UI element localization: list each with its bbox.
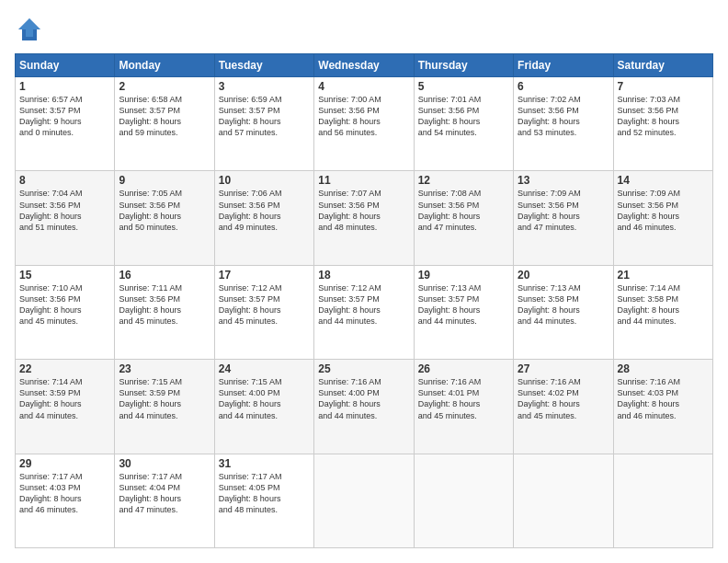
calendar-cell: 26Sunrise: 7:16 AM Sunset: 4:01 PM Dayli… xyxy=(414,360,513,454)
day-number: 11 xyxy=(318,174,409,187)
calendar-header-row: SundayMondayTuesdayWednesdayThursdayFrid… xyxy=(16,54,713,77)
day-info: Sunrise: 7:08 AM Sunset: 3:56 PM Dayligh… xyxy=(418,188,509,233)
calendar-cell: 27Sunrise: 7:16 AM Sunset: 4:02 PM Dayli… xyxy=(514,360,613,454)
day-number: 14 xyxy=(618,174,709,187)
calendar-cell: 6Sunrise: 7:02 AM Sunset: 3:56 PM Daylig… xyxy=(514,77,613,171)
calendar-cell: 25Sunrise: 7:16 AM Sunset: 4:00 PM Dayli… xyxy=(314,360,414,454)
day-number: 17 xyxy=(219,269,310,282)
calendar-cell: 4Sunrise: 7:00 AM Sunset: 3:56 PM Daylig… xyxy=(314,77,414,171)
day-number: 5 xyxy=(418,80,509,93)
day-info: Sunrise: 7:04 AM Sunset: 3:56 PM Dayligh… xyxy=(19,188,110,233)
calendar-header-saturday: Saturday xyxy=(613,54,712,77)
day-number: 27 xyxy=(518,362,609,375)
day-info: Sunrise: 6:59 AM Sunset: 3:57 PM Dayligh… xyxy=(219,94,310,139)
calendar-cell: 18Sunrise: 7:12 AM Sunset: 3:57 PM Dayli… xyxy=(314,265,414,359)
day-info: Sunrise: 7:14 AM Sunset: 3:59 PM Dayligh… xyxy=(19,376,110,421)
day-info: Sunrise: 7:17 AM Sunset: 4:03 PM Dayligh… xyxy=(19,471,110,516)
day-number: 12 xyxy=(418,174,509,187)
calendar-header-friday: Friday xyxy=(514,54,613,77)
calendar-cell xyxy=(314,454,414,547)
day-number: 6 xyxy=(518,80,609,93)
calendar-cell: 24Sunrise: 7:15 AM Sunset: 4:00 PM Dayli… xyxy=(214,360,313,454)
day-info: Sunrise: 7:16 AM Sunset: 4:01 PM Dayligh… xyxy=(418,376,509,421)
day-number: 9 xyxy=(119,174,210,187)
calendar-cell: 19Sunrise: 7:13 AM Sunset: 3:57 PM Dayli… xyxy=(414,265,513,359)
calendar-cell: 12Sunrise: 7:08 AM Sunset: 3:56 PM Dayli… xyxy=(414,171,513,265)
day-number: 1 xyxy=(19,80,110,93)
calendar-week-3: 15Sunrise: 7:10 AM Sunset: 3:56 PM Dayli… xyxy=(16,265,713,359)
day-info: Sunrise: 7:13 AM Sunset: 3:58 PM Dayligh… xyxy=(518,282,609,327)
day-info: Sunrise: 7:15 AM Sunset: 3:59 PM Dayligh… xyxy=(119,376,210,421)
day-info: Sunrise: 7:01 AM Sunset: 3:56 PM Dayligh… xyxy=(418,94,509,139)
day-number: 31 xyxy=(219,457,310,470)
day-info: Sunrise: 7:11 AM Sunset: 3:56 PM Dayligh… xyxy=(119,282,210,327)
day-number: 2 xyxy=(119,80,210,93)
day-info: Sunrise: 7:17 AM Sunset: 4:05 PM Dayligh… xyxy=(219,471,310,516)
day-info: Sunrise: 7:09 AM Sunset: 3:56 PM Dayligh… xyxy=(618,188,709,233)
calendar-header-thursday: Thursday xyxy=(414,54,513,77)
calendar-week-4: 22Sunrise: 7:14 AM Sunset: 3:59 PM Dayli… xyxy=(16,360,713,454)
day-info: Sunrise: 7:05 AM Sunset: 3:56 PM Dayligh… xyxy=(119,188,210,233)
day-number: 13 xyxy=(518,174,609,187)
day-info: Sunrise: 7:12 AM Sunset: 3:57 PM Dayligh… xyxy=(318,282,409,327)
calendar-cell: 30Sunrise: 7:17 AM Sunset: 4:04 PM Dayli… xyxy=(115,454,214,547)
calendar-cell: 14Sunrise: 7:09 AM Sunset: 3:56 PM Dayli… xyxy=(613,171,712,265)
day-number: 3 xyxy=(219,80,310,93)
day-number: 30 xyxy=(119,457,210,470)
day-info: Sunrise: 7:09 AM Sunset: 3:56 PM Dayligh… xyxy=(518,188,609,233)
calendar-cell: 31Sunrise: 7:17 AM Sunset: 4:05 PM Dayli… xyxy=(214,454,313,547)
day-number: 10 xyxy=(219,174,310,187)
day-number: 18 xyxy=(318,269,409,282)
day-info: Sunrise: 7:16 AM Sunset: 4:03 PM Dayligh… xyxy=(618,376,709,421)
calendar-header-sunday: Sunday xyxy=(16,54,115,77)
day-info: Sunrise: 7:15 AM Sunset: 4:00 PM Dayligh… xyxy=(219,376,310,421)
calendar-week-5: 29Sunrise: 7:17 AM Sunset: 4:03 PM Dayli… xyxy=(16,454,713,547)
calendar-cell: 9Sunrise: 7:05 AM Sunset: 3:56 PM Daylig… xyxy=(115,171,214,265)
calendar-header-wednesday: Wednesday xyxy=(314,54,414,77)
day-number: 24 xyxy=(219,362,310,375)
day-info: Sunrise: 7:12 AM Sunset: 3:57 PM Dayligh… xyxy=(219,282,310,327)
calendar-cell: 3Sunrise: 6:59 AM Sunset: 3:57 PM Daylig… xyxy=(214,77,313,171)
calendar-cell: 15Sunrise: 7:10 AM Sunset: 3:56 PM Dayli… xyxy=(16,265,115,359)
day-number: 16 xyxy=(119,269,210,282)
day-info: Sunrise: 7:07 AM Sunset: 3:56 PM Dayligh… xyxy=(318,188,409,233)
calendar-cell: 28Sunrise: 7:16 AM Sunset: 4:03 PM Dayli… xyxy=(613,360,712,454)
day-number: 26 xyxy=(418,362,509,375)
day-number: 25 xyxy=(318,362,409,375)
calendar-cell: 29Sunrise: 7:17 AM Sunset: 4:03 PM Dayli… xyxy=(16,454,115,547)
svg-marker-1 xyxy=(18,18,40,37)
day-number: 15 xyxy=(19,269,110,282)
calendar-cell: 16Sunrise: 7:11 AM Sunset: 3:56 PM Dayli… xyxy=(115,265,214,359)
calendar-cell: 7Sunrise: 7:03 AM Sunset: 3:56 PM Daylig… xyxy=(613,77,712,171)
calendar-cell: 23Sunrise: 7:15 AM Sunset: 3:59 PM Dayli… xyxy=(115,360,214,454)
day-number: 7 xyxy=(618,80,709,93)
day-info: Sunrise: 7:14 AM Sunset: 3:58 PM Dayligh… xyxy=(618,282,709,327)
calendar-cell xyxy=(514,454,613,547)
day-number: 4 xyxy=(318,80,409,93)
calendar-cell xyxy=(414,454,513,547)
day-number: 28 xyxy=(618,362,709,375)
day-info: Sunrise: 7:02 AM Sunset: 3:56 PM Dayligh… xyxy=(518,94,609,139)
calendar-week-1: 1Sunrise: 6:57 AM Sunset: 3:57 PM Daylig… xyxy=(16,77,713,171)
day-info: Sunrise: 7:16 AM Sunset: 4:00 PM Dayligh… xyxy=(318,376,409,421)
day-number: 23 xyxy=(119,362,210,375)
calendar-cell: 8Sunrise: 7:04 AM Sunset: 3:56 PM Daylig… xyxy=(16,171,115,265)
day-info: Sunrise: 6:57 AM Sunset: 3:57 PM Dayligh… xyxy=(19,94,110,139)
day-info: Sunrise: 7:06 AM Sunset: 3:56 PM Dayligh… xyxy=(219,188,310,233)
calendar-cell: 17Sunrise: 7:12 AM Sunset: 3:57 PM Dayli… xyxy=(214,265,313,359)
header xyxy=(15,15,713,44)
calendar-cell: 2Sunrise: 6:58 AM Sunset: 3:57 PM Daylig… xyxy=(115,77,214,171)
calendar-cell: 20Sunrise: 7:13 AM Sunset: 3:58 PM Dayli… xyxy=(514,265,613,359)
logo-icon xyxy=(15,15,44,44)
calendar-cell: 1Sunrise: 6:57 AM Sunset: 3:57 PM Daylig… xyxy=(16,77,115,171)
calendar-cell: 5Sunrise: 7:01 AM Sunset: 3:56 PM Daylig… xyxy=(414,77,513,171)
day-info: Sunrise: 7:13 AM Sunset: 3:57 PM Dayligh… xyxy=(418,282,509,327)
day-number: 20 xyxy=(518,269,609,282)
calendar-table: SundayMondayTuesdayWednesdayThursdayFrid… xyxy=(15,53,713,548)
day-info: Sunrise: 7:00 AM Sunset: 3:56 PM Dayligh… xyxy=(318,94,409,139)
calendar-cell: 22Sunrise: 7:14 AM Sunset: 3:59 PM Dayli… xyxy=(16,360,115,454)
day-info: Sunrise: 7:16 AM Sunset: 4:02 PM Dayligh… xyxy=(518,376,609,421)
calendar-cell: 10Sunrise: 7:06 AM Sunset: 3:56 PM Dayli… xyxy=(214,171,313,265)
day-number: 22 xyxy=(19,362,110,375)
day-info: Sunrise: 6:58 AM Sunset: 3:57 PM Dayligh… xyxy=(119,94,210,139)
